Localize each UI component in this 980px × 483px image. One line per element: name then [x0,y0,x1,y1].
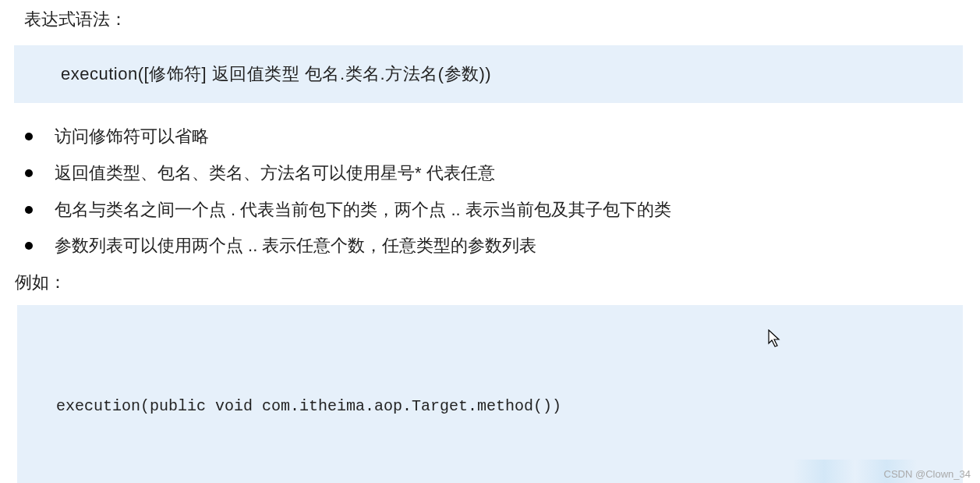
list-item: 返回值类型、包名、类名、方法名可以使用星号* 代表任意 [25,162,966,186]
bullet-icon [25,242,33,250]
list-item: 访问修饰符可以省略 [25,125,966,149]
bullet-list: 访问修饰符可以省略 返回值类型、包名、类名、方法名可以使用星号* 代表任意 包名… [14,125,966,258]
bullet-icon [25,206,33,214]
bullet-icon [25,133,33,140]
bullet-text: 包名与类名之间一个点 . 代表当前包下的类，两个点 .. 表示当前包及其子包下的… [55,198,671,222]
bullet-icon [25,169,33,177]
watermark-text: CSDN @Clown_34 [884,468,971,480]
example-label: 例如： [14,271,966,294]
syntax-definition-box: execution([修饰符] 返回值类型 包名.类名.方法名(参数)) [14,45,963,103]
bullet-text: 参数列表可以使用两个点 .. 表示任意个数，任意类型的参数列表 [55,234,536,258]
list-item: 包名与类名之间一个点 . 代表当前包下的类，两个点 .. 表示当前包及其子包下的… [25,198,966,222]
code-line: execution(public void com.itheima.aop.Ta… [56,389,924,424]
code-examples-box: execution(public void com.itheima.aop.Ta… [17,305,963,483]
document-container: 表达式语法： execution([修饰符] 返回值类型 包名.类名.方法名(参… [0,0,980,483]
bullet-text: 返回值类型、包名、类名、方法名可以使用星号* 代表任意 [55,162,495,186]
list-item: 参数列表可以使用两个点 .. 表示任意个数，任意类型的参数列表 [25,234,966,258]
section-title: 表达式语法： [14,8,966,31]
bullet-text: 访问修饰符可以省略 [55,125,209,149]
syntax-text: execution([修饰符] 返回值类型 包名.类名.方法名(参数)) [61,64,491,83]
